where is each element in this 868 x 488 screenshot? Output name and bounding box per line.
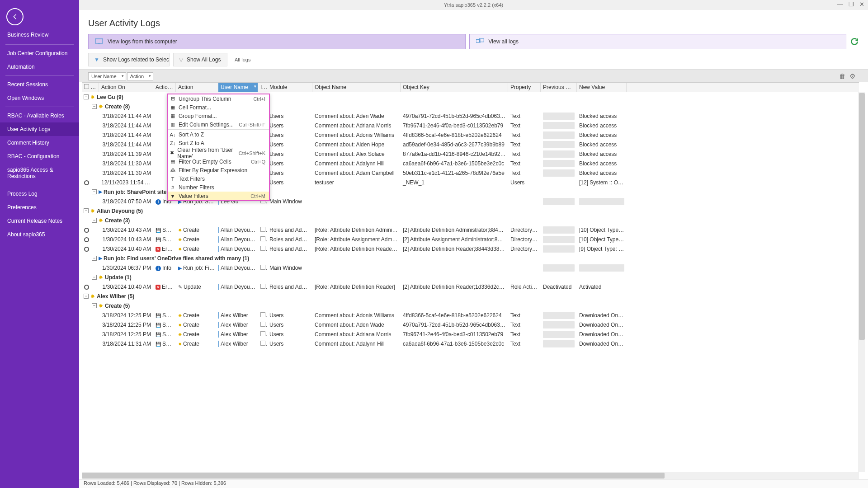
collapse-toggle[interactable]: − bbox=[84, 94, 89, 99]
delete-icon[interactable]: 🗑 bbox=[839, 72, 846, 80]
gear-icon[interactable]: ⚙ bbox=[849, 72, 855, 80]
row-checkbox[interactable] bbox=[260, 236, 265, 241]
sidebar-item-sapio365-access-restrictions[interactable]: sapio365 Access & Restrictions bbox=[0, 163, 79, 183]
table-row[interactable]: 1/30/2024 06:37 PM iInfo ▶Run job: Find … bbox=[82, 263, 865, 272]
ctx-icon: ✖ bbox=[170, 150, 175, 156]
tab-all-logs[interactable]: All logs bbox=[231, 57, 254, 62]
col-action-on[interactable]: Action On bbox=[99, 83, 153, 92]
ctx-icon: Z↓ bbox=[170, 141, 176, 146]
sidebar-item-current-release-notes[interactable]: Current Release Notes bbox=[0, 214, 79, 228]
col-previous-value[interactable]: Previous Value bbox=[541, 83, 577, 92]
target-icon bbox=[84, 228, 89, 233]
table-row[interactable]: 3/18/2024 12:25 PM💾Saved✸Create Alex Wil… bbox=[82, 310, 865, 320]
sidebar-item-job-center-configuration[interactable]: Job Center Configuration bbox=[0, 47, 79, 60]
collapse-toggle[interactable]: − bbox=[92, 256, 97, 261]
row-checkbox[interactable] bbox=[260, 246, 265, 251]
saved-icon: 💾 bbox=[156, 332, 161, 337]
sidebar-item-automation[interactable]: Automation bbox=[0, 60, 79, 74]
ctx-filter-out-empty-cells[interactable]: ▤Filter Out Empty CellsCtrl+Q bbox=[168, 157, 269, 166]
row-checkbox[interactable] bbox=[260, 331, 265, 336]
row-checkbox[interactable] bbox=[260, 322, 265, 327]
row-checkbox[interactable] bbox=[260, 284, 265, 289]
star-icon: ✸ bbox=[99, 103, 103, 110]
row-checkbox[interactable] bbox=[260, 312, 265, 317]
ctx-text-filters[interactable]: TText Filters bbox=[168, 174, 269, 183]
ctx-group-format-[interactable]: ▦Group Format... bbox=[168, 112, 269, 120]
ctx-filter-by-regular-expression[interactable]: ⁂Filter By Regular Expression bbox=[168, 166, 269, 174]
row-checkbox[interactable] bbox=[260, 341, 265, 346]
col-user-name[interactable]: User Name▾ bbox=[218, 83, 258, 92]
sidebar-item-comment-history[interactable]: Comment History bbox=[0, 136, 79, 150]
row-checkbox[interactable] bbox=[260, 227, 265, 232]
table-row[interactable]: 1/30/2024 10:43 AM💾Saved✸Create Allan De… bbox=[82, 235, 865, 244]
col-object-key[interactable]: Object Key bbox=[401, 83, 508, 92]
sidebar-item-about-sapio365[interactable]: About sapio365 bbox=[0, 228, 79, 241]
target-icon bbox=[84, 237, 89, 242]
target-icon bbox=[84, 285, 89, 290]
table-row[interactable]: 1/30/2024 10:40 AM✕Error✎Update Allan De… bbox=[82, 282, 865, 291]
show-logs-related-button[interactable]: ▼ Show Logs related to Selection bbox=[88, 53, 170, 66]
row-checkbox[interactable] bbox=[260, 265, 265, 270]
ctx-value-filters[interactable]: ▼Value FiltersCtrl+M bbox=[168, 192, 269, 200]
collapse-toggle[interactable]: − bbox=[92, 189, 97, 194]
sidebar-title: Business Review bbox=[0, 25, 79, 42]
ctx-sort-a-to-z[interactable]: A↓Sort A to Z bbox=[168, 130, 269, 139]
monitor-icon bbox=[95, 38, 103, 45]
col-action-status[interactable]: Action St... bbox=[153, 83, 176, 92]
sidebar-item-recent-sessions[interactable]: Recent Sessions bbox=[0, 78, 79, 91]
col-is[interactable]: Is... bbox=[258, 83, 267, 92]
col-action[interactable]: Action bbox=[176, 83, 218, 92]
ctx-sort-z-to-a[interactable]: Z↓Sort Z to A bbox=[168, 139, 269, 147]
collapse-toggle[interactable]: − bbox=[92, 218, 97, 223]
group-chip-user-name[interactable]: User Name bbox=[88, 72, 126, 80]
table-row[interactable]: 3/18/2024 12:25 PM💾Saved✸Create Alex Wil… bbox=[82, 329, 865, 339]
back-button[interactable] bbox=[6, 8, 24, 25]
ctx-clear-filters-from-user-name-[interactable]: ✖Clear Filters from 'User Name'Ctrl+Shif… bbox=[168, 149, 269, 157]
sidebar-item-open-windows[interactable]: Open Windows bbox=[0, 91, 79, 105]
status-bar: Rows Loaded: 5,466 | Rows Displayed: 70 … bbox=[79, 479, 868, 488]
collapse-toggle[interactable]: − bbox=[84, 294, 89, 299]
pencil-icon: ✎ bbox=[178, 284, 182, 290]
view-logs-computer-button[interactable]: View logs from this computer bbox=[88, 34, 466, 49]
sidebar-item-rbac-configuration[interactable]: RBAC - Configuration bbox=[0, 150, 79, 163]
column-context-menu: ⊞Ungroup This ColumnCtrl+I▦Cell Format..… bbox=[167, 94, 270, 201]
view-all-logs-button[interactable]: View all logs bbox=[469, 34, 847, 49]
refresh-icon[interactable] bbox=[850, 37, 859, 46]
ctx-ungroup-this-column[interactable]: ⊞Ungroup This ColumnCtrl+I bbox=[168, 94, 269, 103]
table-row[interactable]: 3/18/2024 12:25 PM💾Saved✸Create Alex Wil… bbox=[82, 320, 865, 329]
sidebar-item-process-log[interactable]: Process Log bbox=[0, 187, 79, 201]
col-new-value[interactable]: New Value bbox=[577, 83, 627, 92]
sidebar-item-preferences[interactable]: Preferences bbox=[0, 201, 79, 214]
table-row[interactable]: 3/18/2024 11:31 AM💾Saved✸Create Alex Wil… bbox=[82, 339, 865, 348]
close-button[interactable]: ✕ bbox=[859, 1, 864, 8]
sidebar-item-user-activity-logs[interactable]: User Activity Logs bbox=[0, 122, 79, 136]
col-property[interactable]: Property bbox=[508, 83, 541, 92]
table-row[interactable]: 1/30/2024 10:40 AM✕Error✸Create Allan De… bbox=[82, 244, 865, 253]
vertical-scrollbar[interactable] bbox=[858, 92, 865, 472]
collapse-toggle[interactable]: − bbox=[84, 208, 89, 213]
ctx-icon: ▥ bbox=[170, 122, 176, 127]
star-icon: ✸ bbox=[99, 217, 103, 224]
funnel-clear-icon: ▽ bbox=[179, 56, 183, 63]
collapse-toggle[interactable]: − bbox=[92, 104, 97, 109]
col-object-name[interactable]: Object Name bbox=[312, 83, 401, 92]
star-icon: ✸ bbox=[90, 208, 95, 214]
col-multi[interactable]: Mult... bbox=[82, 83, 99, 92]
ctx-icon: # bbox=[170, 185, 176, 190]
sidebar-item-rbac-available-roles[interactable]: RBAC - Available Roles bbox=[0, 109, 79, 122]
maximize-button[interactable]: ❐ bbox=[849, 1, 854, 8]
minimize-button[interactable]: — bbox=[837, 1, 843, 8]
ctx-edit-column-settings-[interactable]: ▥Edit Column Settings...Ctrl+Shift+F bbox=[168, 120, 269, 129]
collapse-toggle[interactable]: − bbox=[92, 275, 97, 280]
group-chip-action[interactable]: Action bbox=[127, 72, 154, 80]
saved-icon: 💾 bbox=[156, 313, 161, 318]
collapse-toggle[interactable]: − bbox=[92, 303, 97, 308]
col-module[interactable]: Module bbox=[267, 83, 312, 92]
show-all-logs-button[interactable]: ▽ Show All Logs bbox=[173, 53, 227, 66]
horizontal-scrollbar[interactable] bbox=[82, 472, 859, 479]
ctx-number-filters[interactable]: #Number Filters bbox=[168, 183, 269, 192]
ctx-cell-format-[interactable]: ▦Cell Format... bbox=[168, 103, 269, 112]
table-row[interactable]: 1/30/2024 10:43 AM💾Saved✸Create Allan De… bbox=[82, 225, 865, 235]
saved-icon: 💾 bbox=[156, 228, 161, 233]
play-icon: ▶ bbox=[99, 255, 102, 261]
